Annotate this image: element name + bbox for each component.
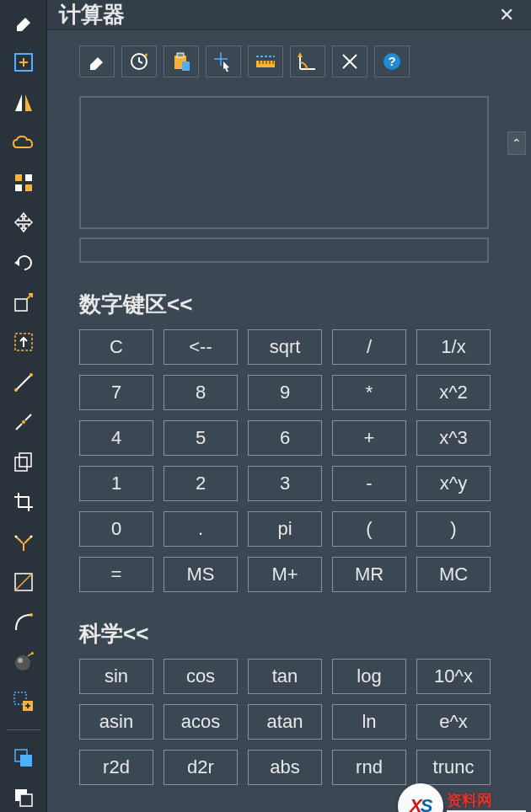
tool-select-plus[interactable] xyxy=(9,688,38,716)
key-minus[interactable]: - xyxy=(332,466,406,501)
calc-display[interactable] xyxy=(79,96,489,229)
key-trunc[interactable]: trunc xyxy=(416,750,491,785)
key-dot[interactable]: . xyxy=(164,511,238,547)
svg-marker-51 xyxy=(298,52,303,57)
key-acos[interactable]: acos xyxy=(164,704,238,740)
key-1[interactable]: 1 xyxy=(79,466,153,501)
key-cube[interactable]: x^3 xyxy=(416,420,491,456)
svg-point-18 xyxy=(22,420,25,424)
key-equals[interactable]: = xyxy=(79,557,153,592)
key-ln[interactable]: ln xyxy=(332,704,406,740)
key-sqrt[interactable]: sqrt xyxy=(248,329,322,365)
svg-rect-45 xyxy=(256,61,275,67)
tb-help-icon[interactable]: ? xyxy=(374,45,410,77)
key-0[interactable]: 0 xyxy=(79,511,153,547)
key-4[interactable]: 4 xyxy=(79,420,153,456)
key-tan[interactable]: tan xyxy=(248,659,322,694)
key-atan[interactable]: atan xyxy=(248,704,322,740)
svg-point-26 xyxy=(15,655,30,670)
svg-rect-41 xyxy=(182,61,190,71)
tb-eraser-icon[interactable] xyxy=(79,45,115,77)
key-reciprocal[interactable]: 1/x xyxy=(416,329,491,365)
key-pi[interactable]: pi xyxy=(248,511,322,547)
tool-scale-out[interactable] xyxy=(9,288,38,316)
svg-line-17 xyxy=(25,414,31,420)
svg-rect-7 xyxy=(25,174,32,181)
tool-move[interactable] xyxy=(9,208,38,236)
svg-rect-35 xyxy=(20,794,32,806)
svg-text:?: ? xyxy=(388,54,395,68)
key-clear[interactable]: C xyxy=(79,329,153,365)
key-lparen[interactable]: ( xyxy=(332,511,406,547)
key-power[interactable]: x^y xyxy=(416,466,491,501)
tool-layers[interactable] xyxy=(9,744,38,772)
svg-line-13 xyxy=(16,375,31,390)
tool-line-broken[interactable] xyxy=(9,409,38,436)
collapse-button[interactable]: ⌃ xyxy=(507,131,526,155)
tb-measure-icon[interactable] xyxy=(248,45,283,77)
svg-rect-8 xyxy=(15,184,22,191)
key-r2d[interactable]: r2d xyxy=(79,750,153,785)
key-3[interactable]: 3 xyxy=(248,466,322,501)
tool-cloud[interactable] xyxy=(9,128,38,156)
key-5[interactable]: 5 xyxy=(164,420,238,456)
tb-angle-icon[interactable] xyxy=(290,45,325,77)
svg-marker-0 xyxy=(17,18,30,31)
key-8[interactable]: 8 xyxy=(164,375,238,410)
key-abs[interactable]: abs xyxy=(248,750,322,785)
key-6[interactable]: 6 xyxy=(248,420,322,456)
tool-eraser[interactable] xyxy=(9,8,38,36)
tool-copy-rect[interactable] xyxy=(9,448,38,476)
key-divide[interactable]: / xyxy=(332,329,406,365)
key-plus[interactable]: + xyxy=(332,420,406,456)
key-mr[interactable]: MR xyxy=(332,557,406,592)
watermark: XS 资料网 ZL.XS1616.COM xyxy=(398,783,526,812)
tool-rect-diag[interactable] xyxy=(9,568,38,596)
tool-grid4[interactable] xyxy=(9,168,38,196)
key-backspace[interactable]: <-- xyxy=(164,329,238,365)
watermark-text: 资料网 xyxy=(447,790,526,810)
key-d2r[interactable]: d2r xyxy=(164,750,238,785)
calc-input[interactable] xyxy=(79,238,489,263)
svg-line-24 xyxy=(15,574,32,590)
key-ex[interactable]: e^x xyxy=(416,704,491,740)
tb-paste-icon[interactable] xyxy=(164,45,199,77)
key-9[interactable]: 9 xyxy=(248,375,322,410)
svg-rect-11 xyxy=(15,299,27,311)
tool-arrow-up-box[interactable] xyxy=(9,329,38,356)
key-sin[interactable]: sin xyxy=(79,659,153,694)
tool-mirror[interactable] xyxy=(9,88,38,116)
tb-history-icon[interactable] xyxy=(121,45,157,77)
calculator-panel: 计算器 ✕ ? xyxy=(47,0,531,812)
tool-merge-lines[interactable] xyxy=(9,528,38,556)
panel-title: 计算器 xyxy=(59,0,494,29)
key-asin[interactable]: asin xyxy=(79,704,153,740)
tool-arc[interactable] xyxy=(9,608,38,636)
tool-crop[interactable] xyxy=(9,488,38,516)
key-rnd[interactable]: rnd xyxy=(332,750,406,785)
scientific-section-label[interactable]: 科学<< xyxy=(79,619,512,649)
tb-pick-point-icon[interactable] xyxy=(206,45,241,77)
tool-line-diag[interactable] xyxy=(9,368,38,396)
svg-point-22 xyxy=(30,535,32,537)
key-7[interactable]: 7 xyxy=(79,375,153,410)
tool-rotate[interactable] xyxy=(9,248,38,276)
key-multiply[interactable]: * xyxy=(332,375,406,410)
tool-sphere[interactable] xyxy=(9,648,38,676)
close-button[interactable]: ✕ xyxy=(494,3,519,28)
tb-delete-icon[interactable] xyxy=(332,45,367,77)
key-10x[interactable]: 10^x xyxy=(416,659,491,694)
key-mplus[interactable]: M+ xyxy=(248,557,322,592)
tool-layers-alt[interactable] xyxy=(9,784,38,812)
key-cos[interactable]: cos xyxy=(164,659,238,694)
key-rparen[interactable]: ) xyxy=(416,511,491,547)
calc-toolbar: ? xyxy=(79,45,512,77)
key-log[interactable]: log xyxy=(332,659,406,694)
key-mc[interactable]: MC xyxy=(416,557,491,592)
numeric-section-label[interactable]: 数字键区<< xyxy=(79,290,512,319)
key-2[interactable]: 2 xyxy=(164,466,238,501)
key-ms[interactable]: MS xyxy=(164,557,238,592)
tool-rect-add[interactable] xyxy=(9,48,38,76)
svg-point-15 xyxy=(30,373,33,377)
key-square[interactable]: x^2 xyxy=(416,375,491,410)
